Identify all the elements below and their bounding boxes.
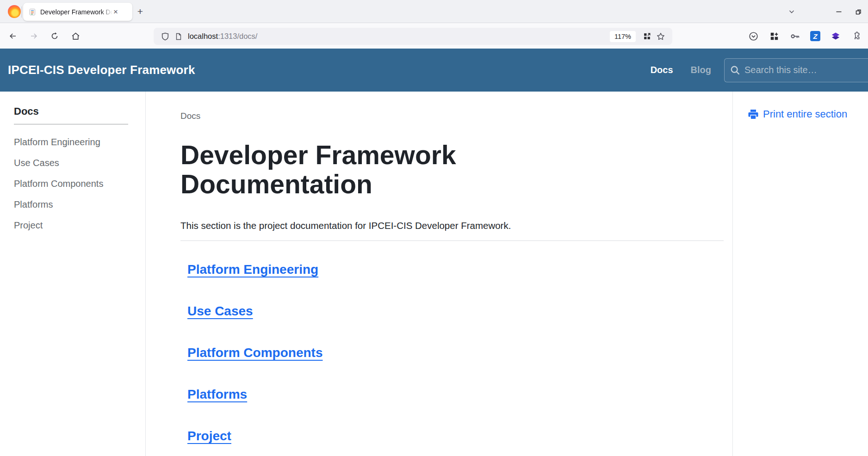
zotero-icon[interactable]: Z: [810, 31, 820, 41]
sidebar-item-platforms[interactable]: Platforms: [14, 194, 145, 215]
section-link-list: Platform Engineering Use Cases Platform …: [180, 262, 724, 444]
zoom-level-badge[interactable]: 117%: [610, 31, 636, 42]
layers-icon[interactable]: [830, 31, 841, 42]
page-icon[interactable]: [175, 33, 182, 40]
section-link-project[interactable]: Project: [187, 429, 231, 444]
sidebar-title[interactable]: Docs: [14, 105, 145, 117]
breadcrumb[interactable]: Docs: [180, 111, 724, 121]
sidebar-divider: [14, 124, 128, 124]
pocket-icon[interactable]: [748, 31, 759, 42]
sidebar-item-platform-engineering[interactable]: Platform Engineering: [14, 132, 145, 153]
search-input[interactable]: [744, 65, 860, 75]
home-icon[interactable]: [68, 29, 83, 43]
squares-arrow-icon[interactable]: [643, 32, 651, 40]
tab-separator: [21, 6, 22, 18]
section-link-use-cases[interactable]: Use Cases: [187, 304, 253, 319]
url-text[interactable]: localhost:1313/docs/: [188, 32, 610, 41]
site-brand[interactable]: IPCEI-CIS Developer Framework: [8, 63, 195, 77]
site-header: IPCEI-CIS Developer Framework Docs Blog: [0, 49, 868, 92]
printer-icon: [748, 109, 759, 120]
page-title: Developer Framework Documentation: [180, 141, 518, 199]
content-divider: [180, 240, 724, 241]
intro-paragraph: This section is the project documentatio…: [180, 220, 724, 231]
tab-title: Developer Framework Documen: [40, 8, 112, 16]
new-tab-button[interactable]: +: [133, 5, 147, 18]
tabs-chevron-icon[interactable]: [782, 0, 801, 23]
nav-blog[interactable]: Blog: [691, 65, 711, 75]
url-host: localhost: [188, 32, 218, 40]
main-content: Docs Developer Framework Documentation T…: [146, 92, 732, 456]
shield-icon[interactable]: [161, 32, 169, 41]
reload-icon[interactable]: [47, 29, 62, 43]
key-icon[interactable]: [789, 31, 800, 42]
sidebar-item-use-cases[interactable]: Use Cases: [14, 153, 145, 173]
firefox-logo-icon[interactable]: [8, 5, 21, 18]
nav-docs[interactable]: Docs: [651, 65, 673, 75]
back-arrow-icon[interactable]: [6, 29, 20, 43]
browser-titlebar: Developer Framework Documen × +: [0, 0, 868, 23]
bookmark-star-icon[interactable]: [657, 32, 665, 41]
url-path: :1313/docs/: [218, 32, 257, 40]
docs-sidebar: Docs Platform Engineering Use Cases Plat…: [0, 92, 146, 456]
sidebar-nav: Platform Engineering Use Cases Platform …: [14, 132, 145, 236]
sidebar-item-project[interactable]: Project: [14, 215, 145, 236]
page-body: Docs Platform Engineering Use Cases Plat…: [0, 92, 868, 456]
browser-tab[interactable]: Developer Framework Documen ×: [23, 3, 132, 21]
search-icon: [730, 65, 740, 75]
section-link-platforms[interactable]: Platforms: [187, 387, 247, 402]
forward-arrow-icon[interactable]: [26, 29, 41, 43]
site-search-box[interactable]: [724, 58, 868, 82]
section-link-platform-engineering[interactable]: Platform Engineering: [187, 262, 318, 277]
print-section-label: Print entire section: [763, 108, 847, 120]
restore-icon[interactable]: [849, 0, 868, 23]
minimize-icon[interactable]: [829, 0, 849, 23]
right-sidebar: Print entire section: [732, 92, 868, 456]
section-link-platform-components[interactable]: Platform Components: [187, 345, 322, 360]
extensions-icon[interactable]: [769, 31, 780, 42]
print-section-link[interactable]: Print entire section: [748, 108, 868, 120]
browser-toolbar: localhost:1313/docs/ 117%: [0, 24, 868, 49]
sidebar-item-platform-components[interactable]: Platform Components: [14, 173, 145, 194]
url-bar[interactable]: localhost:1313/docs/ 117%: [154, 28, 672, 45]
tab-close-icon[interactable]: ×: [113, 8, 118, 16]
document-favicon-icon: [29, 8, 36, 16]
puzzle-icon[interactable]: [851, 31, 862, 42]
